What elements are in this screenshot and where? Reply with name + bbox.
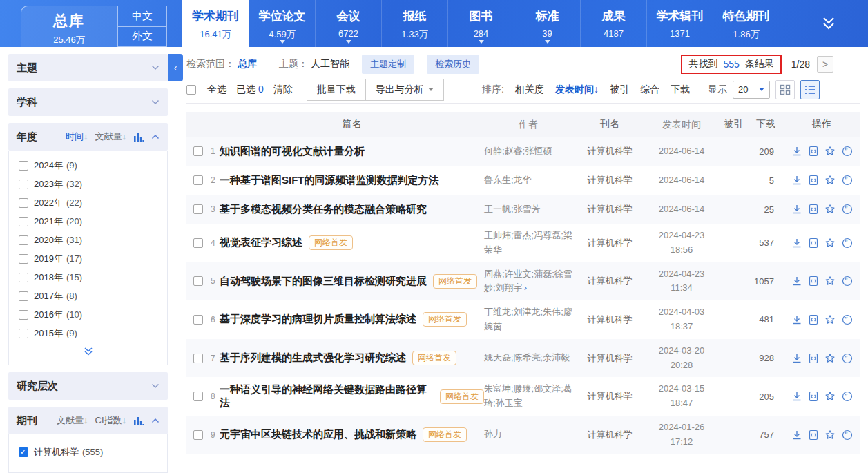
- html-read-icon[interactable]: [809, 276, 818, 287]
- sort-option[interactable]: 下载: [671, 84, 690, 96]
- chevron-up-icon[interactable]: [151, 134, 160, 139]
- sort-by-time[interactable]: 时间↓: [66, 131, 88, 143]
- html-read-icon[interactable]: [809, 353, 818, 364]
- year-checkbox[interactable]: [19, 217, 28, 226]
- database-tab[interactable]: 图书 284: [447, 0, 514, 47]
- database-tab[interactable]: 特色期刊 1.86万: [713, 0, 779, 47]
- export-analyze-button[interactable]: 导出与分析: [366, 79, 444, 101]
- panel-topic-header[interactable]: 主题: [8, 54, 168, 81]
- year-checkbox[interactable]: [19, 180, 28, 189]
- row-checkbox[interactable]: [193, 430, 203, 440]
- authors-cell[interactable]: 鲁东生;龙华: [484, 173, 575, 188]
- favorite-icon[interactable]: [824, 146, 836, 157]
- article-title-link[interactable]: 视觉表征学习综述: [220, 236, 302, 249]
- html-read-icon[interactable]: [809, 146, 818, 157]
- year-filter-item[interactable]: 2016年 (10): [9, 305, 167, 324]
- download-icon[interactable]: [791, 391, 802, 402]
- article-title-link[interactable]: 基于多模态视频分类任务的模态融合策略研究: [220, 203, 427, 216]
- authors-cell[interactable]: 丁维龙;刘津龙;朱伟;廖婉茵: [484, 305, 575, 334]
- article-title-link[interactable]: 元宇宙中区块链技术的应用、挑战和新策略: [220, 428, 416, 441]
- nav-more-double-chevron-icon[interactable]: [818, 15, 839, 32]
- favorite-icon[interactable]: [824, 204, 836, 215]
- journal-cell[interactable]: 计算机科学: [575, 429, 644, 441]
- html-read-icon[interactable]: [809, 391, 818, 402]
- year-filter-item[interactable]: 2015年 (9): [9, 324, 167, 342]
- year-filter-item[interactable]: 2019年 (17): [9, 249, 167, 268]
- sort-by-count[interactable]: 文献量↓: [95, 131, 127, 143]
- panel-subject-header[interactable]: 学科: [8, 88, 168, 116]
- database-tab[interactable]: 会议 6722: [315, 0, 381, 47]
- bar-chart-icon[interactable]: [133, 416, 144, 425]
- html-read-icon[interactable]: [809, 429, 818, 441]
- cite-icon[interactable]: ”: [842, 429, 853, 441]
- panel-research-level-header[interactable]: 研究层次: [8, 372, 168, 400]
- journal-cell[interactable]: 计算机科学: [575, 145, 644, 157]
- tab-zongku[interactable]: 总库 25.46万: [21, 6, 117, 47]
- year-filter-item[interactable]: 2023年 (32): [9, 175, 167, 193]
- row-checkbox[interactable]: [193, 204, 203, 214]
- journal-cell[interactable]: 计算机科学: [575, 237, 644, 249]
- cite-icon[interactable]: ”: [842, 238, 853, 249]
- bar-chart-icon[interactable]: [133, 133, 144, 142]
- year-checkbox[interactable]: [19, 329, 28, 338]
- article-title-link[interactable]: 知识图谱的可视化文献计量分析: [220, 145, 365, 158]
- favorite-icon[interactable]: [824, 175, 836, 186]
- expand-authors-icon[interactable]: ›: [524, 282, 527, 293]
- favorite-icon[interactable]: [824, 314, 836, 325]
- article-title-link[interactable]: 自动驾驶场景下的图像三维目标检测研究进展: [220, 275, 427, 288]
- batch-download-button[interactable]: 批量下载: [307, 79, 366, 101]
- search-history-button[interactable]: 检索历史: [427, 55, 479, 74]
- authors-cell[interactable]: 周燕;许业文;蒲磊;徐雪妙;刘翔宇›: [484, 267, 575, 296]
- download-icon[interactable]: [791, 353, 802, 364]
- year-filter-item[interactable]: 2020年 (31): [9, 231, 167, 249]
- download-icon[interactable]: [791, 146, 802, 157]
- download-icon[interactable]: [791, 175, 802, 186]
- authors-cell[interactable]: 何静;赵睿;张恒硕: [484, 144, 575, 159]
- article-title-link[interactable]: 一种语义引导的神经网络关键数据路由路径算法: [220, 383, 434, 409]
- cite-icon[interactable]: ”: [842, 146, 853, 157]
- year-checkbox[interactable]: [19, 310, 28, 320]
- authors-cell[interactable]: 姚天磊;陈希亮;余沛毅: [484, 351, 575, 365]
- journal-cell[interactable]: 计算机科学: [575, 390, 644, 403]
- cite-icon[interactable]: ”: [842, 175, 853, 186]
- language-tab[interactable]: 中文: [117, 6, 167, 26]
- journal-cell[interactable]: 计算机科学: [575, 313, 644, 326]
- sort-by-ci-index[interactable]: CI指数↓: [95, 414, 127, 427]
- authors-cell[interactable]: 王帅炜;雷杰;冯尊磊;梁荣华: [484, 229, 575, 258]
- database-tab[interactable]: 学位论文 4.59万: [249, 0, 315, 47]
- favorite-icon[interactable]: [824, 238, 836, 249]
- sort-option[interactable]: 综合: [640, 84, 659, 96]
- authors-cell[interactable]: 朱富坤;滕臻;邵文泽;葛琦;孙玉宝: [484, 382, 575, 411]
- download-icon[interactable]: [791, 276, 802, 287]
- chevron-up-icon[interactable]: [151, 418, 160, 423]
- sort-by-count[interactable]: 文献量↓: [57, 414, 88, 427]
- authors-cell[interactable]: 孙力: [484, 427, 575, 442]
- select-all-label[interactable]: 全选: [207, 84, 226, 96]
- row-checkbox[interactable]: [193, 238, 203, 248]
- html-read-icon[interactable]: [809, 175, 818, 186]
- sort-option[interactable]: 发表时间↓: [555, 84, 599, 96]
- database-tab[interactable]: 学术期刊 16.41万: [182, 0, 249, 47]
- year-checkbox[interactable]: [19, 198, 28, 208]
- chevron-down-icon[interactable]: [151, 383, 160, 389]
- journal-cell[interactable]: 计算机科学: [575, 275, 644, 287]
- select-all-checkbox[interactable]: [186, 85, 196, 95]
- row-checkbox[interactable]: [193, 146, 203, 156]
- favorite-icon[interactable]: [824, 391, 836, 402]
- row-checkbox[interactable]: [193, 392, 203, 401]
- year-filter-item[interactable]: 2021年 (20): [9, 212, 167, 231]
- download-icon[interactable]: [791, 238, 802, 249]
- expand-years-double-chevron-icon[interactable]: [9, 342, 167, 362]
- grid-view-icon[interactable]: [775, 80, 795, 99]
- chevron-down-icon[interactable]: [151, 65, 160, 70]
- chevron-down-icon[interactable]: [151, 99, 160, 105]
- row-checkbox[interactable]: [193, 175, 203, 185]
- sidebar-collapse-button[interactable]: ‹: [168, 54, 183, 81]
- journal-checkbox[interactable]: [19, 447, 28, 457]
- year-checkbox[interactable]: [19, 254, 28, 264]
- database-tab[interactable]: 成果 4187: [580, 0, 646, 47]
- html-read-icon[interactable]: [809, 204, 818, 215]
- article-title-link[interactable]: 基于序列建模的生成式强化学习研究综述: [220, 351, 406, 365]
- row-checkbox[interactable]: [193, 354, 203, 363]
- authors-cell[interactable]: 王一帆;张雪芳: [484, 202, 575, 217]
